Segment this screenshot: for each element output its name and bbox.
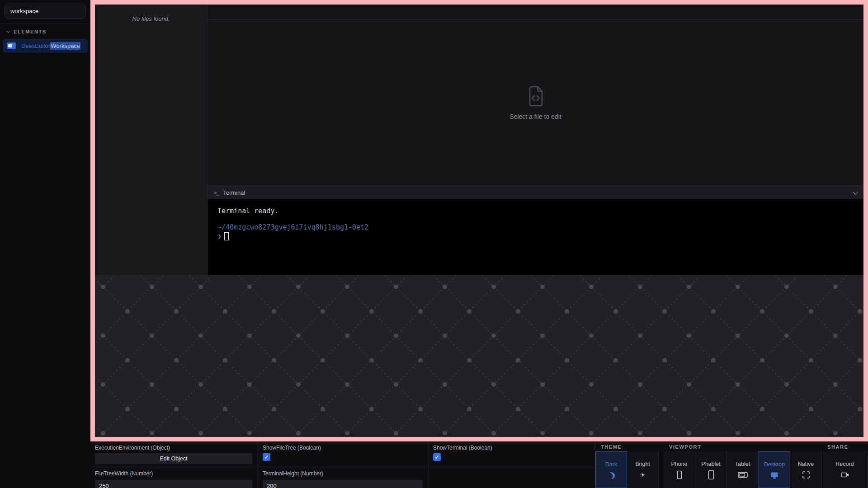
prop-label: TerminalHeight (Number) [258, 470, 428, 479]
viewport-section-header: VIEWPORT [664, 441, 822, 451]
toolbar-sections: THEME Dark Bright ☀ VIEWPORT Phone [595, 441, 868, 488]
check-icon: ✓ [434, 454, 439, 460]
option-label: Tablet [735, 461, 750, 467]
element-catalog-sidebar: ELEMENTS DeesEditorWorkspace [0, 0, 90, 488]
prop-empty-cell [429, 467, 595, 488]
terminal-prompt-icon: >_ [214, 190, 219, 196]
viewport-background-pattern [95, 275, 863, 437]
prop-label: FileTreeWidth (Number) [90, 470, 258, 479]
search-input[interactable] [5, 4, 86, 19]
viewport-option-phablet[interactable]: Phablet [695, 451, 727, 488]
web-component-icon [7, 42, 16, 49]
editor-empty-state: Select a file to edit [208, 20, 863, 186]
file-code-icon [528, 85, 544, 107]
share-section-header: SHARE [822, 441, 868, 451]
viewport-section: VIEWPORT Phone Phablet [664, 441, 822, 488]
prop-label: ExecutionEnvironment (Object) [90, 445, 258, 453]
file-tree-empty-message: No files found. [95, 15, 207, 22]
check-icon: ✓ [264, 454, 269, 460]
desktop-icon [770, 471, 779, 480]
prop-label: ShowFileTree (Boolean) [258, 445, 428, 453]
option-label: Dark [605, 461, 617, 468]
phone-icon [675, 470, 684, 479]
phablet-icon [707, 470, 716, 479]
show-file-tree-checkbox[interactable]: ✓ [263, 453, 270, 461]
sun-icon: ☀ [640, 472, 646, 478]
editor-tab-bar [208, 5, 863, 20]
sidebar-item-dees-editor-workspace[interactable]: DeesEditorWorkspace [3, 39, 88, 53]
show-terminal-checkbox[interactable]: ✓ [433, 453, 441, 461]
viewport-frame: No files found. Select a file to edit [90, 0, 868, 441]
theme-section-header: THEME [595, 441, 659, 451]
prop-label: ShowTerminal (Boolean) [429, 445, 595, 453]
share-option-record[interactable]: Record [822, 451, 868, 488]
dees-editor-workspace: No files found. Select a file to edit [95, 5, 863, 275]
editor-placeholder-text: Select a file to edit [509, 113, 561, 120]
terminal-height-input[interactable] [263, 480, 423, 488]
elements-header-label: ELEMENTS [14, 29, 47, 34]
edit-object-button[interactable]: Edit Object [95, 453, 252, 464]
editor-column: Select a file to edit >_ Terminal Termin… [208, 5, 863, 275]
prompt-char: ❯ [217, 232, 222, 240]
component-preview-stage: No files found. Select a file to edit [90, 0, 868, 441]
chevron-down-icon [6, 29, 10, 33]
prop-file-tree-width: FileTreeWidth (Number) [90, 467, 258, 488]
terminal-title: Terminal [223, 189, 245, 196]
terminal-cursor [224, 232, 229, 240]
elements-section-header[interactable]: ELEMENTS [0, 23, 90, 39]
viewport-option-desktop[interactable]: Desktop [759, 451, 790, 488]
theme-section: THEME Dark Bright ☀ [595, 441, 659, 488]
tablet-icon [738, 470, 748, 479]
share-section: SHARE Record [822, 441, 868, 488]
option-label: Phone [671, 461, 687, 467]
properties-grid: ExecutionEnvironment (Object) Edit Objec… [90, 441, 595, 488]
prop-execution-environment: ExecutionEnvironment (Object) Edit Objec… [90, 441, 258, 467]
native-fullscreen-icon [802, 470, 811, 479]
terminal-header[interactable]: >_ Terminal [208, 186, 863, 199]
terminal-blank-line [217, 215, 863, 223]
viewport-option-tablet[interactable]: Tablet [727, 451, 759, 488]
viewport-option-native[interactable]: Native [790, 451, 822, 488]
theme-option-dark[interactable]: Dark [595, 451, 627, 488]
search-match-highlight: Workspace [50, 42, 80, 50]
record-video-icon [840, 470, 850, 479]
option-label: Desktop [764, 461, 785, 468]
file-tree-panel: No files found. [95, 5, 208, 275]
theme-option-bright[interactable]: Bright ☀ [627, 451, 659, 488]
prop-terminal-height: TerminalHeight (Number) [258, 467, 429, 488]
properties-panel: ExecutionEnvironment (Object) Edit Objec… [90, 441, 868, 488]
terminal-ready-line: Terminal ready. [217, 207, 863, 215]
option-label: Phablet [701, 461, 720, 467]
file-tree-width-input[interactable] [95, 480, 252, 488]
sidebar-search-wrap [0, 0, 90, 23]
element-item-label: DeesEditorWorkspace [21, 42, 80, 49]
prop-show-file-tree: ShowFileTree (Boolean) ✓ [258, 441, 429, 467]
moon-icon [607, 471, 615, 479]
terminal-output[interactable]: Terminal ready. ~/40mzgcwo8273gvej6i7ivq… [208, 199, 863, 275]
option-label: Bright [635, 461, 650, 467]
viewport-option-phone[interactable]: Phone [664, 451, 695, 488]
option-label: Record [835, 461, 854, 467]
option-label: Native [798, 461, 814, 467]
terminal-cwd-line: ~/40mzgcwo8273gvej6i7ivq8hj1sbg1-0et2 [217, 223, 863, 231]
terminal-prompt-line: ❯ [217, 232, 863, 240]
prop-show-terminal: ShowTerminal (Boolean) ✓ [429, 441, 595, 467]
chevron-down-icon[interactable] [853, 189, 858, 194]
